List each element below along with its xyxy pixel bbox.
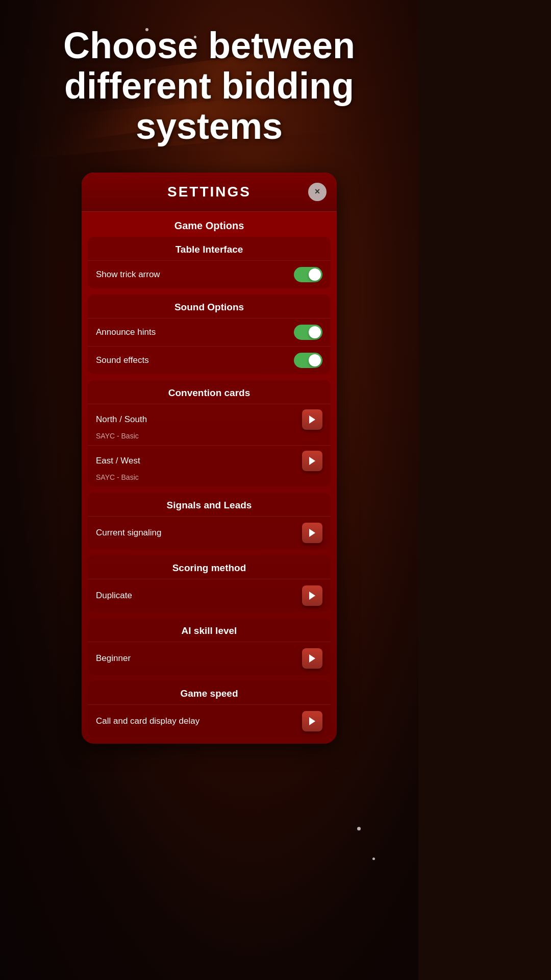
north-south-row: North / South SAYC - Basic bbox=[88, 404, 331, 445]
close-button[interactable]: × bbox=[308, 183, 327, 201]
convention-cards-header: Convention cards bbox=[88, 380, 331, 404]
sound-effects-row: Sound effects bbox=[88, 346, 331, 374]
current-signaling-label: Current signaling bbox=[96, 528, 162, 538]
sound-effects-label: Sound effects bbox=[96, 355, 149, 365]
toggle-track-2 bbox=[294, 325, 322, 340]
beginner-row: Beginner bbox=[88, 642, 331, 675]
toggle-track-3 bbox=[294, 353, 322, 368]
ai-skill-header: AI skill level bbox=[88, 618, 331, 642]
hero-title: Choose between different bidding systems bbox=[10, 26, 408, 147]
east-west-label: East / West bbox=[96, 456, 140, 466]
north-south-row-top: North / South bbox=[96, 409, 322, 430]
beginner-arrow-button[interactable] bbox=[302, 648, 322, 669]
sound-options-header: Sound Options bbox=[88, 295, 331, 318]
convention-cards-card: Convention cards North / South SAYC - Ba… bbox=[88, 380, 331, 486]
game-speed-header: Game speed bbox=[88, 681, 331, 704]
scoring-method-card: Scoring method Duplicate bbox=[88, 555, 331, 612]
duplicate-row: Duplicate bbox=[88, 579, 331, 612]
show-trick-arrow-label: Show trick arrow bbox=[96, 270, 160, 280]
east-west-row: East / West SAYC - Basic bbox=[88, 445, 331, 486]
scoring-method-header: Scoring method bbox=[88, 555, 331, 579]
east-west-arrow-button[interactable] bbox=[302, 451, 322, 471]
toggle-thumb-2 bbox=[309, 326, 321, 338]
signals-leads-card: Signals and Leads Current signaling bbox=[88, 493, 331, 549]
announce-hints-label: Announce hints bbox=[96, 327, 156, 337]
table-interface-header: Table Interface bbox=[88, 237, 331, 260]
east-west-row-top: East / West bbox=[96, 451, 322, 471]
settings-panel: SETTINGS × Game Options Table Interface … bbox=[82, 173, 337, 744]
beginner-label: Beginner bbox=[96, 653, 131, 664]
current-signaling-arrow-button[interactable] bbox=[302, 523, 322, 543]
east-west-value: SAYC - Basic bbox=[96, 473, 322, 481]
table-interface-card: Table Interface Show trick arrow bbox=[88, 237, 331, 288]
call-card-delay-label: Call and card display delay bbox=[96, 716, 199, 726]
signals-leads-header: Signals and Leads bbox=[88, 493, 331, 516]
call-card-delay-arrow-button[interactable] bbox=[302, 711, 322, 731]
north-south-arrow-button[interactable] bbox=[302, 409, 322, 430]
announce-hints-row: Announce hints bbox=[88, 318, 331, 346]
current-signaling-row: Current signaling bbox=[88, 516, 331, 549]
sound-options-card: Sound Options Announce hints Sound effec… bbox=[88, 295, 331, 374]
settings-header: SETTINGS × bbox=[82, 173, 337, 212]
settings-body: Game Options Table Interface Show trick … bbox=[82, 212, 337, 738]
game-speed-card: Game speed Call and card display delay bbox=[88, 681, 331, 738]
duplicate-arrow-button[interactable] bbox=[302, 585, 322, 606]
duplicate-label: Duplicate bbox=[96, 591, 132, 601]
announce-hints-toggle[interactable] bbox=[294, 325, 322, 340]
show-trick-arrow-row: Show trick arrow bbox=[88, 260, 331, 288]
ai-skill-card: AI skill level Beginner bbox=[88, 618, 331, 675]
game-options-header: Game Options bbox=[82, 212, 337, 237]
toggle-track bbox=[294, 267, 322, 282]
north-south-label: North / South bbox=[96, 414, 147, 425]
page-content: Choose between different bidding systems… bbox=[0, 0, 418, 764]
sparkle-2 bbox=[357, 827, 361, 830]
sparkle-3 bbox=[372, 857, 375, 860]
toggle-thumb bbox=[309, 268, 321, 281]
toggle-thumb-3 bbox=[309, 354, 321, 366]
settings-title: SETTINGS bbox=[167, 184, 251, 200]
show-trick-arrow-toggle[interactable] bbox=[294, 267, 322, 282]
north-south-value: SAYC - Basic bbox=[96, 432, 322, 440]
call-card-delay-row: Call and card display delay bbox=[88, 704, 331, 738]
sound-effects-toggle[interactable] bbox=[294, 353, 322, 368]
